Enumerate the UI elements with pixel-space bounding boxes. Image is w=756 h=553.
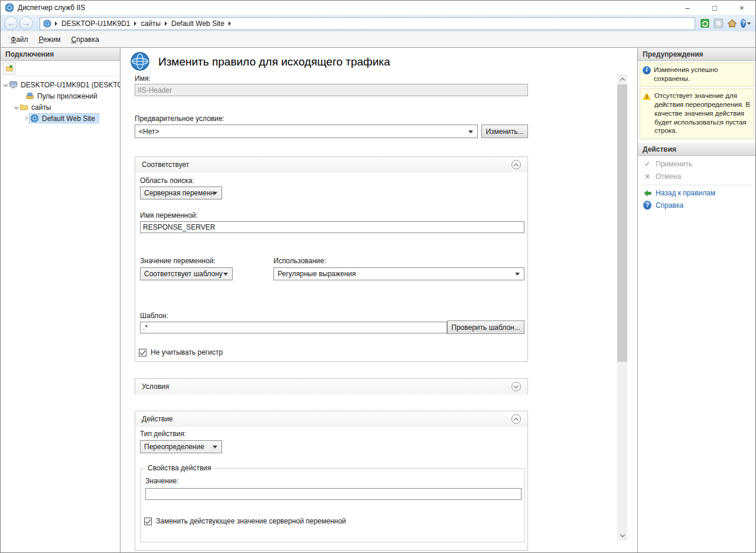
variable-value-value: Соответствует шаблону <box>144 270 223 278</box>
expanded-chevron-icon[interactable] <box>14 105 18 109</box>
match-section: Соответствует Область поиска: Серверная … <box>135 156 528 362</box>
minimize-button[interactable]: – <box>674 1 701 15</box>
name-input <box>135 84 528 96</box>
window-title: Диспетчер служб IIS <box>18 4 85 12</box>
expanded-chevron-icon[interactable] <box>4 83 8 87</box>
connections-toolbar <box>1 61 120 76</box>
action-properties-group: Свойства действия Значение: Заменить дей… <box>140 468 525 542</box>
warning-icon: ! <box>643 92 651 100</box>
test-pattern-button[interactable]: Проверить шаблон... <box>447 320 524 334</box>
close-icon: × <box>739 4 744 12</box>
close-button[interactable]: × <box>728 1 755 15</box>
value-label: Значение: <box>145 477 179 485</box>
forward-button[interactable]: → <box>19 17 33 30</box>
variable-value-select[interactable]: Соответствует шаблону <box>140 267 233 280</box>
breadcrumb-separator-icon <box>134 21 136 26</box>
save-connection-icon[interactable] <box>3 62 15 74</box>
menu-view[interactable]: Режим <box>34 32 66 47</box>
action-properties-legend: Свойства действия <box>145 464 214 472</box>
expand-section-button[interactable] <box>511 382 521 391</box>
scroll-up-button[interactable] <box>617 74 627 84</box>
vertical-scrollbar[interactable] <box>617 74 627 541</box>
connections-tree: DESKTOP-U1MK9D1 (DESKTOP- Пулы приложени… <box>1 76 120 124</box>
breadcrumb-server[interactable]: DESKTOP-U1MK9D1 <box>58 18 133 29</box>
collapse-section-button[interactable] <box>511 414 521 424</box>
question-glyph: ? <box>646 202 649 208</box>
edit-precondition-button[interactable]: Изменить... <box>481 125 528 138</box>
home-icon[interactable] <box>727 18 737 28</box>
ignore-case-row: Не учитывать регистр <box>139 348 223 356</box>
alerts-header: Предупреждения <box>638 48 755 61</box>
back-button[interactable]: ← <box>4 17 18 30</box>
action-type-select[interactable]: Переопределение <box>140 440 222 453</box>
conditions-section-title: Условия <box>142 382 169 391</box>
scrollbar-thumb[interactable] <box>617 84 627 362</box>
scope-label: Область поиска: <box>140 176 194 185</box>
back-to-rules-link[interactable]: Назад к правилам <box>638 187 755 199</box>
connections-header: Подключения <box>1 48 120 61</box>
replace-value-checkbox[interactable] <box>144 518 152 525</box>
tree-item-label: Default Web Site <box>41 114 96 123</box>
chevron-down-icon <box>514 384 519 388</box>
stop-icon[interactable] <box>713 18 724 28</box>
minimize-icon: – <box>685 4 689 12</box>
scope-value: Серверная переменн <box>144 189 214 197</box>
tree-item-label: Пулы приложений <box>36 92 99 100</box>
address-bar: ← → DESKTOP-U1MK9D1 сайты Default Web Si… <box>1 15 755 31</box>
back-to-rules-label: Назад к правилам <box>656 189 715 197</box>
tree-item-app-pools[interactable]: Пулы приложений <box>1 90 120 102</box>
page-globe-icon <box>130 51 150 71</box>
variable-value-label: Значение переменной: <box>140 257 216 265</box>
alerts-title: Предупреждения <box>643 50 703 58</box>
precondition-select[interactable]: <Нет> <box>135 125 478 138</box>
restart-icon[interactable] <box>700 18 710 28</box>
breadcrumb-sites[interactable]: сайты <box>138 18 164 29</box>
variable-name-input[interactable] <box>140 221 524 233</box>
warning-alert: ! Отсутствует значение для действия пере… <box>640 89 754 139</box>
collapsed-chevron-icon[interactable] <box>24 116 28 120</box>
actions-header: Действия <box>638 143 755 156</box>
collapse-section-button[interactable] <box>511 160 521 169</box>
apply-icon: ✓ <box>643 160 651 168</box>
connections-panel: Подключения DESKTOP-U1MK9D1 (DESKTOP- <box>1 48 120 552</box>
chevron-up-icon <box>620 78 624 83</box>
variable-name-label: Имя переменной: <box>140 211 198 220</box>
back-arrow-icon: ← <box>7 19 15 28</box>
conditions-section-header[interactable]: Условия <box>135 379 527 394</box>
match-section-header[interactable]: Соответствует <box>135 157 527 172</box>
menu-file[interactable]: Файл <box>5 32 34 47</box>
scope-select[interactable]: Серверная переменн <box>140 186 222 199</box>
using-select[interactable]: Регулярные выражения <box>273 267 524 280</box>
match-section-title: Соответствует <box>142 161 189 169</box>
help-icon[interactable]: ? <box>741 18 751 28</box>
tree-item-server[interactable]: DESKTOP-U1MK9D1 (DESKTOP- <box>1 79 120 90</box>
info-glyph: i <box>646 67 648 74</box>
menu-help[interactable]: Справка <box>66 32 105 47</box>
maximize-button[interactable]: □ <box>701 1 728 15</box>
selected-tree-item[interactable]: Default Web Site <box>29 113 99 123</box>
scroll-down-button[interactable] <box>617 531 627 541</box>
server-icon <box>9 80 18 89</box>
using-value: Регулярные выражения <box>278 270 356 278</box>
breadcrumb-default-web-site[interactable]: Default Web Site <box>168 18 227 29</box>
tree-item-default-web-site[interactable]: Default Web Site <box>1 113 120 124</box>
replace-value-label: Заменить действующее значение серверной … <box>156 517 346 525</box>
breadcrumb-separator-icon <box>55 21 57 26</box>
breadcrumb-separator-icon <box>165 21 167 26</box>
precondition-label: Предварительное условие: <box>135 114 224 123</box>
name-label: Имя: <box>135 74 151 83</box>
ignore-case-checkbox[interactable] <box>139 349 146 356</box>
help-link[interactable]: ? Справка <box>638 199 755 211</box>
folder-icon <box>19 103 28 112</box>
menu-bar: Файл Режим Справка <box>1 31 755 47</box>
app-icon <box>5 3 14 12</box>
app-pools-icon <box>25 91 34 100</box>
using-label: Использование: <box>273 257 326 265</box>
action-section-header[interactable]: Действие <box>135 411 527 427</box>
pattern-input[interactable] <box>140 322 447 333</box>
tree-item-sites[interactable]: сайты <box>1 102 120 113</box>
connections-title: Подключения <box>5 50 54 58</box>
feature-view: Изменить правило для исходящего трафика … <box>120 48 637 552</box>
action-type-value: Переопределение <box>144 443 204 451</box>
value-input[interactable] <box>145 488 522 500</box>
